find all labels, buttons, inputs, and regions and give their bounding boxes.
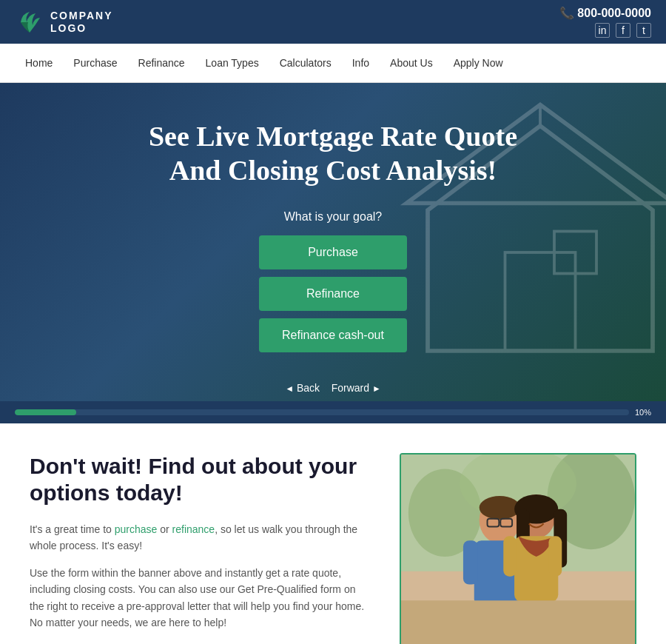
lower-heading: Don't wait! Find out about your options …	[30, 453, 370, 506]
forward-arrow-icon: ►	[372, 383, 381, 394]
nav-about-us[interactable]: About Us	[380, 44, 443, 82]
back-link[interactable]: ◄ Back	[285, 382, 323, 394]
goal-buttons: Purchase Refinance Refinance cash-out	[149, 235, 517, 352]
top-bar: COMPANY LOGO 📞 800-000-0000 in f t	[0, 0, 666, 44]
svg-rect-24	[548, 536, 562, 576]
facebook-icon[interactable]: f	[616, 23, 630, 38]
nav-refinance[interactable]: Refinance	[128, 44, 195, 82]
logo-area: COMPANY LOGO	[15, 7, 113, 37]
progress-fill	[15, 409, 76, 415]
nav-loan-types[interactable]: Loan Types	[195, 44, 269, 82]
lower-paragraph-1: It's a great time to purchase or refinan…	[30, 521, 370, 554]
lower-section: Don't wait! Find out about your options …	[0, 423, 666, 644]
nav-bar: Home Purchase Refinance Loan Types Calcu…	[0, 44, 666, 83]
svg-rect-23	[503, 536, 517, 576]
progress-track	[15, 409, 629, 415]
nav-info[interactable]: Info	[342, 44, 380, 82]
lower-text-area: Don't wait! Find out about your options …	[30, 453, 370, 641]
hero-question: What is your goal?	[149, 210, 517, 224]
couple-image	[400, 453, 636, 644]
forward-link[interactable]: Forward ►	[332, 382, 381, 394]
svg-rect-16	[463, 540, 478, 584]
top-right: 📞 800-000-0000 in f t	[559, 6, 651, 38]
social-icons: in f t	[595, 23, 651, 38]
nav-apply-now[interactable]: Apply Now	[443, 44, 514, 82]
progress-bar-area: 10%	[0, 401, 666, 423]
nav-home[interactable]: Home	[15, 44, 63, 82]
logo-text: COMPANY LOGO	[50, 10, 113, 35]
purchase-button[interactable]: Purchase	[259, 235, 407, 269]
company-logo-icon	[15, 7, 44, 37]
back-arrow-icon: ◄	[285, 383, 294, 394]
linkedin-icon[interactable]: in	[595, 23, 610, 38]
refinance-cashout-button[interactable]: Refinance cash-out	[259, 318, 407, 352]
phone-number: 📞 800-000-0000	[559, 6, 651, 20]
svg-rect-25	[401, 600, 635, 644]
svg-point-11	[480, 496, 520, 520]
twitter-icon[interactable]: t	[636, 23, 651, 38]
hero-title: See Live Mortgage Rate Quote And Closing…	[149, 120, 517, 187]
lower-paragraph-2: Use the form within the banner above and…	[30, 565, 370, 631]
refinance-link[interactable]: refinance	[172, 523, 215, 535]
nav-purchase[interactable]: Purchase	[63, 44, 127, 82]
hero-content: See Live Mortgage Rate Quote And Closing…	[134, 90, 532, 366]
hero-navigation: ◄ Back Forward ►	[285, 382, 381, 394]
refinance-button[interactable]: Refinance	[259, 277, 407, 311]
nav-calculators[interactable]: Calculators	[269, 44, 342, 82]
purchase-link[interactable]: purchase	[115, 523, 158, 535]
hero-section: See Live Mortgage Rate Quote And Closing…	[0, 83, 666, 401]
progress-label: 10%	[635, 408, 651, 417]
couple-illustration	[401, 453, 635, 644]
